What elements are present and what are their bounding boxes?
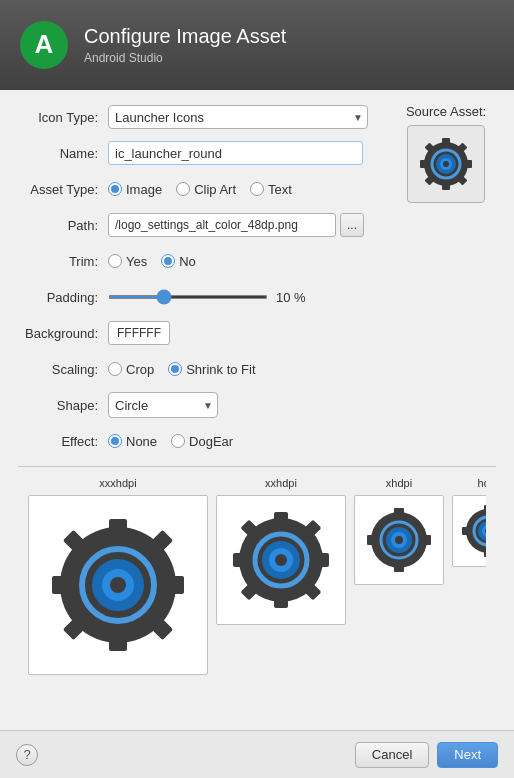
preview-label-hdpi: hdpi [478, 477, 486, 489]
action-button-group: Cancel Next [355, 742, 498, 768]
svg-point-33 [275, 554, 287, 566]
trim-no-label: No [179, 254, 196, 269]
padding-slider[interactable] [108, 295, 268, 299]
shape-label: Shape: [18, 398, 108, 413]
name-form-row: Name: [18, 140, 386, 166]
shape-select-wrapper: Circle Square None ▼ [108, 392, 218, 418]
svg-rect-21 [109, 635, 127, 651]
trim-yes-label: Yes [126, 254, 147, 269]
asset-type-clipart-option[interactable]: Clip Art [176, 182, 236, 197]
source-asset-preview [407, 125, 485, 203]
shape-form-row: Shape: Circle Square None ▼ [18, 392, 496, 418]
source-asset-gear-icon [416, 134, 476, 194]
background-field: FFFFFF [108, 321, 496, 345]
preview-item-xxhdpi: xxhdpi [216, 477, 346, 625]
svg-rect-58 [484, 505, 486, 512]
shape-select[interactable]: Circle Square None [108, 392, 218, 418]
effect-none-option[interactable]: None [108, 434, 157, 449]
asset-type-clipart-radio[interactable] [176, 182, 190, 196]
padding-form-row: Padding: 10 % [18, 284, 496, 310]
path-value: /logo_settings_alt_color_48dp.png [108, 213, 336, 237]
effect-dogear-option[interactable]: DogEar [171, 434, 233, 449]
effect-radio-group: None DogEar [108, 434, 233, 449]
trim-yes-radio[interactable] [108, 254, 122, 268]
svg-rect-6 [442, 138, 450, 146]
svg-rect-48 [394, 508, 404, 516]
scaling-crop-radio[interactable] [108, 362, 122, 376]
scaling-shrink-option[interactable]: Shrink to Fit [168, 362, 255, 377]
path-form-row: Path: /logo_settings_alt_color_48dp.png … [18, 212, 386, 238]
name-label: Name: [18, 146, 108, 161]
svg-point-47 [395, 536, 403, 544]
svg-point-5 [443, 161, 449, 167]
svg-rect-36 [233, 553, 245, 567]
window-title: Configure Image Asset [84, 25, 286, 48]
asset-type-text-radio[interactable] [250, 182, 264, 196]
preview-label-xxxhdpi: xxxhdpi [99, 477, 136, 489]
name-input[interactable] [108, 141, 363, 165]
bottom-bar: ? Cancel Next [0, 730, 514, 778]
effect-none-radio[interactable] [108, 434, 122, 448]
svg-rect-60 [462, 527, 469, 535]
svg-rect-49 [394, 564, 404, 572]
asset-type-form-row: Asset Type: Image Clip Art T [18, 176, 386, 202]
preview-box-xxhdpi [216, 495, 346, 625]
trim-field: Yes No [108, 254, 496, 269]
scaling-shrink-radio[interactable] [168, 362, 182, 376]
help-icon: ? [23, 747, 30, 762]
effect-none-label: None [126, 434, 157, 449]
icon-type-field: Launcher Icons Action Bar and Tab Icons … [108, 105, 386, 129]
help-button[interactable]: ? [16, 744, 38, 766]
svg-rect-34 [274, 512, 288, 524]
title-bar: A Configure Image Asset Android Studio [0, 0, 514, 90]
path-field: /logo_settings_alt_color_48dp.png ... [108, 213, 386, 237]
asset-type-label: Asset Type: [18, 182, 108, 197]
effect-label: Effect: [18, 434, 108, 449]
padding-label: Padding: [18, 290, 108, 305]
name-field [108, 141, 386, 165]
svg-rect-51 [423, 535, 431, 545]
section-divider [18, 466, 496, 467]
scaling-field: Crop Shrink to Fit [108, 362, 496, 377]
trim-form-row: Trim: Yes No [18, 248, 496, 274]
asset-type-text-label: Text [268, 182, 292, 197]
trim-no-radio[interactable] [161, 254, 175, 268]
preview-label-xxhdpi: xxhdpi [265, 477, 297, 489]
preview-gear-hdpi [458, 501, 486, 561]
preview-gear-xxxhdpi [43, 510, 193, 660]
scaling-radio-group: Crop Shrink to Fit [108, 362, 256, 377]
trim-label: Trim: [18, 254, 108, 269]
cancel-button[interactable]: Cancel [355, 742, 429, 768]
browse-button[interactable]: ... [340, 213, 364, 237]
svg-rect-37 [317, 553, 329, 567]
asset-type-image-option[interactable]: Image [108, 182, 162, 197]
preview-box-xxxhdpi [28, 495, 208, 675]
effect-field: None DogEar [108, 434, 496, 449]
background-color-swatch[interactable]: FFFFFF [108, 321, 170, 345]
android-studio-logo: A [18, 19, 70, 71]
svg-point-19 [110, 577, 126, 593]
trim-no-option[interactable]: No [161, 254, 196, 269]
preview-section: xxxhdpi [18, 477, 496, 675]
svg-rect-50 [367, 535, 375, 545]
preview-item-xhdpi: xhdpi [354, 477, 444, 585]
scaling-form-row: Scaling: Crop Shrink to Fit [18, 356, 496, 382]
icon-type-select[interactable]: Launcher Icons Action Bar and Tab Icons … [108, 105, 368, 129]
shape-field: Circle Square None ▼ [108, 392, 496, 418]
asset-type-image-radio[interactable] [108, 182, 122, 196]
app-subtitle: Android Studio [84, 51, 286, 65]
asset-type-radio-group: Image Clip Art Text [108, 182, 292, 197]
padding-slider-container: 10 % [108, 290, 306, 305]
scaling-crop-option[interactable]: Crop [108, 362, 154, 377]
trim-yes-option[interactable]: Yes [108, 254, 147, 269]
effect-dogear-radio[interactable] [171, 434, 185, 448]
icon-type-label: Icon Type: [18, 110, 108, 125]
scaling-label: Scaling: [18, 362, 108, 377]
svg-rect-20 [109, 519, 127, 535]
svg-text:A: A [35, 29, 54, 59]
icon-type-row: Icon Type: Launcher Icons Action Bar and… [18, 104, 496, 248]
icon-type-form-row: Icon Type: Launcher Icons Action Bar and… [18, 104, 386, 130]
next-button[interactable]: Next [437, 742, 498, 768]
asset-type-text-option[interactable]: Text [250, 182, 292, 197]
svg-rect-59 [484, 550, 486, 557]
